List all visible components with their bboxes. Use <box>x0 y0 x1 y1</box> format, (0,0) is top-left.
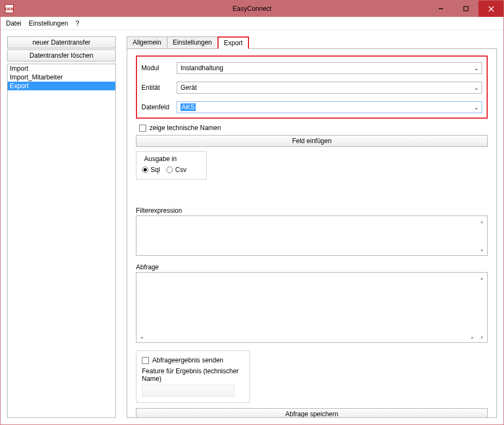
left-panel: neuer Datentransfer Datentransfer lösche… <box>7 36 116 418</box>
filter-label: Filterexpression <box>136 207 488 214</box>
radio-sql-label: Sql <box>151 166 160 174</box>
show-technical-row[interactable]: zeige technische Namen <box>139 124 488 132</box>
field-group: Modul Instandhaltung ⌄ Entität Gerät ⌄ <box>136 56 488 119</box>
filter-textarea[interactable]: ▴ ▾ <box>136 215 488 256</box>
tab-body-export: Modul Instandhaltung ⌄ Entität Gerät ⌄ <box>127 48 497 418</box>
radio-icon <box>142 167 148 173</box>
tab-export[interactable]: Export <box>217 36 250 49</box>
radio-csv[interactable]: Csv <box>166 166 186 174</box>
tab-allgemein[interactable]: Allgemein <box>127 36 167 48</box>
scroll-up-icon: ▴ <box>477 217 487 226</box>
titlebar: GEB EasyConnect <box>1 1 503 17</box>
modul-combo[interactable]: Instandhaltung ⌄ <box>177 62 482 74</box>
entitaet-label: Entität <box>141 84 177 91</box>
window-controls <box>428 1 503 17</box>
menu-datei[interactable]: Datei <box>6 20 21 27</box>
app-icon: GEB <box>5 4 14 13</box>
minimize-icon <box>438 6 444 11</box>
show-technical-label: zeige technische Namen <box>150 124 221 132</box>
scroll-up-icon: ▴ <box>477 273 487 282</box>
list-item[interactable]: Import <box>8 64 115 73</box>
entitaet-value: Gerät <box>181 84 197 91</box>
modul-value: Instandhaltung <box>181 64 223 72</box>
app-window: GEB EasyConnect Datei Einstellungen ? ne… <box>0 0 504 425</box>
output-group: Ausgabe in Sql Csv <box>136 151 207 180</box>
send-result-row[interactable]: Abfrageergebnis senden <box>142 356 244 364</box>
output-legend: Ausgabe in <box>142 155 179 163</box>
scroll-right-icon: ▸ <box>468 332 477 342</box>
delete-transfer-button[interactable]: Datentransfer löschen <box>7 50 116 61</box>
menu-help[interactable]: ? <box>76 20 79 27</box>
radio-csv-label: Csv <box>175 166 186 174</box>
close-button[interactable] <box>478 1 503 17</box>
query-textarea[interactable]: ▴ ▾ ◂ ▸ <box>136 272 488 343</box>
entitaet-combo[interactable]: Gerät ⌄ <box>177 82 482 94</box>
scrollbar-h[interactable]: ◂ ▸ <box>137 332 477 342</box>
right-panel: Allgemein Einstellungen Export Modul Ins… <box>127 36 497 418</box>
chevron-down-icon: ⌄ <box>474 65 478 71</box>
result-group: Abfrageergebnis senden Feature für Ergeb… <box>136 350 250 403</box>
feature-input[interactable] <box>142 385 234 397</box>
scrollbar-v[interactable]: ▴ ▾ <box>477 217 487 255</box>
close-icon <box>488 6 494 12</box>
maximize-button[interactable] <box>453 1 478 17</box>
datenfeld-value: AKS <box>181 103 196 111</box>
menu-einstellungen[interactable]: Einstellungen <box>29 20 68 27</box>
tab-einstellungen[interactable]: Einstellungen <box>167 36 218 48</box>
field-row-modul: Modul Instandhaltung ⌄ <box>141 62 482 74</box>
transfer-listbox[interactable]: Import Import_Mitarbeiter Export <box>7 64 116 418</box>
scroll-down-icon: ▾ <box>477 245 487 255</box>
scrollbar-v[interactable]: ▴ ▾ <box>477 273 487 342</box>
chevron-down-icon: ⌄ <box>474 104 478 110</box>
svg-rect-1 <box>464 7 468 11</box>
radio-sql[interactable]: Sql <box>142 166 160 174</box>
radio-icon <box>166 167 173 173</box>
field-row-entitaet: Entität Gerät ⌄ <box>141 82 482 94</box>
send-result-label: Abfrageergebnis senden <box>152 356 223 364</box>
radio-row: Sql Csv <box>142 166 201 174</box>
scroll-down-icon: ▾ <box>477 332 487 342</box>
checkbox-icon <box>142 357 149 364</box>
datenfeld-label: Datenfeld <box>141 103 177 111</box>
tab-strip: Allgemein Einstellungen Export <box>127 36 497 48</box>
save-query-button[interactable]: Abfrage speichern <box>136 408 488 418</box>
feature-label: Feature für Ergebnis (technischer Name) <box>142 367 244 383</box>
minimize-button[interactable] <box>428 1 453 17</box>
window-title: EasyConnect <box>233 5 271 13</box>
insert-field-button[interactable]: Feld einfügen <box>136 135 488 147</box>
scroll-left-icon: ◂ <box>137 332 146 342</box>
list-item[interactable]: Export <box>8 82 115 90</box>
chevron-down-icon: ⌄ <box>474 85 478 91</box>
list-item[interactable]: Import_Mitarbeiter <box>8 73 115 82</box>
menubar: Datei Einstellungen ? <box>1 17 503 30</box>
query-label: Abfrage <box>136 263 488 271</box>
modul-label: Modul <box>141 64 177 72</box>
datenfeld-combo[interactable]: AKS ⌄ <box>177 101 482 113</box>
checkbox-icon <box>139 125 146 132</box>
content-area: neuer Datentransfer Datentransfer lösche… <box>1 30 503 424</box>
field-row-datenfeld: Datenfeld AKS ⌄ <box>141 101 482 113</box>
maximize-icon <box>463 6 469 11</box>
new-transfer-button[interactable]: neuer Datentransfer <box>7 36 116 48</box>
